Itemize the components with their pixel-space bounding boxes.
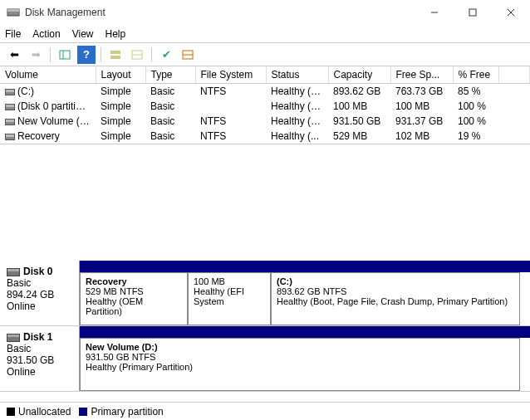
volume-status: Healthy (E...	[266, 99, 328, 114]
titlebar: Disk Management	[0, 0, 530, 25]
disk-name: Disk 0	[23, 266, 52, 277]
disk-type: Basic	[7, 277, 72, 289]
disk-row[interactable]: Disk 1Basic931.50 GBOnlineNew Volume (D:…	[0, 326, 530, 392]
disk-name: Disk 1	[23, 331, 52, 343]
menu-view[interactable]: View	[72, 28, 94, 40]
volume-name: Recovery	[17, 130, 60, 142]
volume-type: Basic	[145, 129, 195, 144]
window-title: Disk Management	[25, 7, 106, 18]
legend-primary-swatch	[79, 408, 87, 416]
volume-layout: Simple	[96, 84, 145, 100]
top-view-button[interactable]	[106, 46, 125, 64]
maximize-button[interactable]	[454, 0, 492, 25]
disk-status: Online	[7, 300, 72, 312]
volume-capacity: 100 MB	[328, 99, 390, 114]
toolbar: ⬅ ➡ ? ✔	[0, 43, 530, 66]
svg-rect-3	[469, 9, 476, 16]
volume-free: 102 MB	[390, 129, 453, 144]
partition[interactable]: (C:)893.62 GB NTFSHealthy (Boot, Page Fi…	[271, 272, 520, 325]
volume-layout: Simple	[96, 99, 145, 114]
volume-free: 931.37 GB	[390, 114, 453, 129]
volume-pctfree: 100 %	[453, 99, 498, 114]
col-fs[interactable]: File System	[195, 66, 266, 84]
volume-fs	[195, 99, 266, 114]
volume-status: Healthy (B...	[266, 84, 328, 100]
volume-capacity: 529 MB	[328, 129, 390, 144]
drive-icon	[5, 89, 15, 95]
menu-help[interactable]: Help	[106, 28, 126, 40]
minimize-button[interactable]	[415, 0, 454, 25]
legend-unallocated-swatch	[7, 408, 15, 416]
col-type[interactable]: Type	[145, 66, 195, 84]
volume-name: (Disk 0 partition 2)	[17, 100, 96, 112]
col-status[interactable]: Status	[266, 66, 328, 84]
svg-rect-6	[60, 51, 70, 59]
back-button[interactable]: ⬅	[5, 46, 23, 64]
partition[interactable]: 100 MBHealthy (EFI System	[188, 272, 271, 325]
partition-size: 893.62 GB NTFS	[277, 286, 514, 296]
partition-status: Healthy (Boot, Page File, Crash Dump, Pr…	[277, 296, 514, 306]
partition-size: 100 MB	[194, 276, 265, 286]
col-layout[interactable]: Layout	[96, 66, 145, 84]
app-icon	[7, 6, 20, 19]
disk-row[interactable]: Disk 0Basic894.24 GBOnlineRecovery529 MB…	[0, 261, 530, 326]
legend-unallocated: Unallocated	[18, 406, 71, 418]
volume-free: 763.73 GB	[390, 84, 453, 100]
disk-icon	[7, 268, 20, 276]
col-capacity[interactable]: Capacity	[328, 66, 390, 84]
partition-title: New Volume (D:)	[86, 342, 514, 352]
disk-label: Disk 0Basic894.24 GBOnline	[0, 261, 80, 325]
col-free[interactable]: Free Sp...	[390, 66, 453, 84]
disk-graphic-panel: Disk 0Basic894.24 GBOnlineRecovery529 MB…	[0, 261, 530, 392]
volume-type: Basic	[145, 84, 195, 100]
volume-pctfree: 100 %	[453, 114, 498, 129]
partition[interactable]: New Volume (D:)931.50 GB NTFSHealthy (Pr…	[80, 338, 520, 391]
volume-row[interactable]: New Volume (D:)SimpleBasicNTFSHealthy (P…	[0, 114, 530, 129]
show-hide-tree-button[interactable]	[56, 46, 74, 64]
settings-view-button[interactable]	[179, 46, 197, 64]
menubar: File Action View Help	[0, 25, 530, 43]
disk-status: Online	[7, 366, 72, 378]
volume-status: Healthy (P...	[266, 114, 328, 129]
legend: Unallocated Primary partition	[0, 402, 530, 420]
partition-status: Healthy (EFI System	[194, 286, 265, 306]
volume-capacity: 931.50 GB	[328, 114, 390, 129]
volume-fs: NTFS	[195, 114, 266, 129]
drive-icon	[5, 119, 15, 125]
volume-name: New Volume (D:)	[17, 115, 93, 127]
forward-button[interactable]: ➡	[27, 46, 45, 64]
bottom-view-button[interactable]	[128, 46, 146, 64]
partition-size: 931.50 GB NTFS	[86, 352, 514, 362]
disk-label: Disk 1Basic931.50 GBOnline	[0, 326, 80, 391]
partition-band	[80, 326, 530, 338]
svg-rect-8	[110, 51, 120, 54]
volume-row[interactable]: (C:)SimpleBasicNTFSHealthy (B...893.62 G…	[0, 84, 530, 100]
volume-row[interactable]: RecoverySimpleBasicNTFSHealthy (...529 M…	[0, 129, 530, 144]
partition-title: Recovery	[86, 276, 182, 286]
column-headers[interactable]: Volume Layout Type File System Status Ca…	[0, 66, 530, 84]
check-icon[interactable]: ✔	[157, 46, 175, 64]
volume-layout: Simple	[96, 129, 145, 144]
menu-action[interactable]: Action	[32, 28, 60, 40]
partition-band	[80, 261, 530, 272]
col-volume[interactable]: Volume	[0, 66, 96, 84]
volume-type: Basic	[145, 99, 195, 114]
close-button[interactable]	[492, 0, 530, 25]
disk-type: Basic	[7, 343, 72, 354]
volume-type: Basic	[145, 114, 195, 129]
partition-size: 529 MB NTFS	[86, 286, 182, 296]
disk-size: 894.24 GB	[7, 289, 72, 300]
volume-pctfree: 85 %	[453, 84, 498, 100]
volume-fs: NTFS	[195, 129, 266, 144]
volume-row[interactable]: (Disk 0 partition 2)SimpleBasicHealthy (…	[0, 99, 530, 114]
partition[interactable]: Recovery529 MB NTFSHealthy (OEM Partitio…	[80, 272, 188, 325]
volume-free: 100 MB	[390, 99, 453, 114]
menu-file[interactable]: File	[5, 28, 21, 40]
legend-primary: Primary partition	[91, 406, 163, 418]
col-pctfree[interactable]: % Free	[453, 66, 498, 84]
partition-status: Healthy (OEM Partition)	[86, 296, 182, 316]
volume-list[interactable]: Volume Layout Type File System Status Ca…	[0, 66, 530, 144]
disk-size: 931.50 GB	[7, 354, 72, 366]
volume-name: (C:)	[17, 85, 34, 97]
help-button[interactable]: ?	[77, 46, 96, 64]
